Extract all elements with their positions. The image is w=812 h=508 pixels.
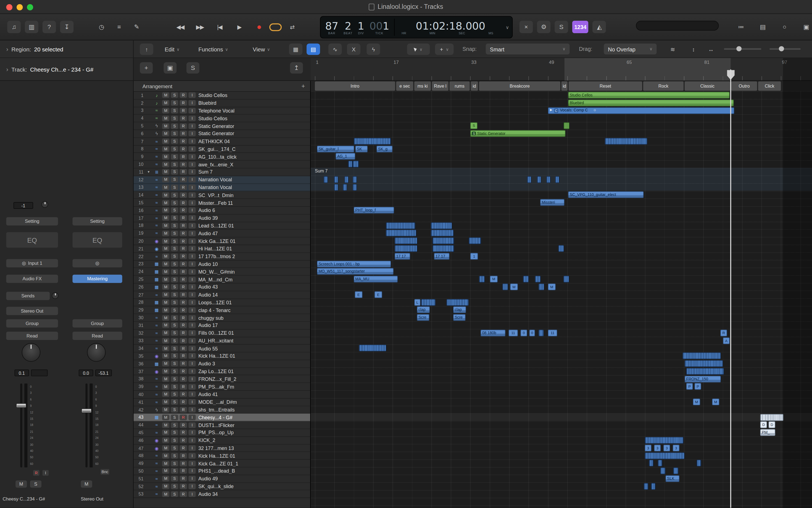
track-name[interactable]: Kick Ga...ZE 01_1: [198, 461, 310, 466]
track-m-button[interactable]: M: [162, 100, 169, 106]
track-s-button[interactable]: S: [171, 253, 178, 259]
track-m-button[interactable]: M: [162, 177, 169, 183]
track-i-button[interactable]: I: [189, 161, 196, 167]
tuner-icon[interactable]: ◷: [95, 21, 108, 33]
track-name[interactable]: Audio 34: [198, 491, 310, 497]
track-m-button[interactable]: M: [162, 146, 169, 152]
arrangement-marker[interactable]: Classic: [685, 81, 730, 91]
track-i-button[interactable]: I: [189, 208, 196, 213]
region[interactable]: PM_: [760, 429, 775, 436]
region[interactable]: [682, 352, 721, 359]
region[interactable]: ▶CVocals: Comp C○: [548, 107, 734, 114]
track-r-button[interactable]: R: [180, 392, 187, 397]
region[interactable]: [658, 460, 662, 467]
track-i-button[interactable]: I: [189, 345, 196, 351]
track-m-button[interactable]: M: [162, 468, 169, 474]
horizontal-auto-zoom-button[interactable]: ↔: [704, 44, 718, 55]
track-row[interactable]: 49≈MSRIKick Ga...ZE 01_1: [134, 460, 310, 468]
region[interactable]: [546, 176, 551, 183]
track-s-button[interactable]: S: [171, 330, 178, 336]
bounce-button[interactable]: Bnc: [100, 469, 109, 475]
track-row[interactable]: 39≈MSRIPM_PS...ak_Fm: [134, 383, 310, 391]
arrangement-marker[interactable]: Intro: [315, 81, 395, 91]
track-r-button[interactable]: R: [180, 208, 187, 213]
track-row[interactable]: 18≈MSRILead S...1ZE 01: [134, 222, 310, 230]
track-s-button[interactable]: S: [171, 307, 178, 313]
track-m-button[interactable]: M: [162, 415, 169, 420]
duplicate-track-button[interactable]: ▣: [164, 62, 177, 74]
snap-dropdown[interactable]: Smart∨: [486, 44, 570, 54]
track-i-button[interactable]: I: [189, 315, 196, 321]
track-row[interactable]: 13≈MSRINarration Vocal: [134, 184, 310, 192]
track-r-button[interactable]: R: [180, 184, 187, 190]
track-row[interactable]: 32≈MSRIFills 00...1ZE 01: [134, 330, 310, 337]
region[interactable]: [644, 437, 683, 443]
track-s-button[interactable]: S: [171, 430, 178, 435]
rewind-button[interactable]: ◀◀: [171, 21, 190, 33]
track-m-button[interactable]: M: [162, 483, 169, 489]
arrangement-marker[interactable]: Outro: [731, 81, 757, 91]
record-button[interactable]: ●: [250, 21, 269, 33]
region[interactable]: [644, 483, 649, 490]
track-i-button[interactable]: I: [189, 307, 196, 313]
region[interactable]: [538, 284, 544, 290]
track-i-button[interactable]: I: [189, 200, 196, 206]
region[interactable]: SK: [355, 145, 368, 152]
region[interactable]: AG_1: [336, 153, 355, 160]
track-r-button[interactable]: R: [180, 361, 187, 367]
track-s-button[interactable]: S: [171, 154, 178, 160]
track-name[interactable]: Fills 00...1ZE 01: [198, 330, 310, 336]
region[interactable]: Missteri: [540, 199, 565, 206]
track-name[interactable]: MODE_...al_D#m: [198, 399, 310, 405]
track-m-button[interactable]: M: [162, 338, 169, 344]
track-m-button[interactable]: M: [162, 461, 169, 466]
track-r-button[interactable]: R: [180, 230, 187, 236]
track-s-button[interactable]: S: [171, 246, 178, 252]
track-m-button[interactable]: M: [162, 330, 169, 336]
region[interactable]: M: [490, 276, 498, 283]
track-row[interactable]: 36▦MSRIAudio 3: [134, 360, 310, 368]
region[interactable]: 1: [470, 253, 478, 259]
track-r-button[interactable]: R: [180, 353, 187, 359]
track-s-button[interactable]: S: [171, 169, 178, 175]
arrangement-marker[interactable]: id: [562, 81, 568, 91]
track-i-button[interactable]: I: [189, 353, 196, 359]
track-r-button[interactable]: R: [180, 284, 187, 290]
track-s-button[interactable]: S: [171, 184, 178, 190]
track-m-button[interactable]: M: [162, 131, 169, 136]
track-name[interactable]: shs_tm...Entrails: [198, 407, 310, 413]
track-r-button[interactable]: R: [180, 437, 187, 443]
track-s-button[interactable]: S: [171, 200, 178, 206]
track-r-button[interactable]: R: [180, 330, 187, 336]
arrangement-marker[interactable]: e sec: [396, 81, 413, 91]
track-i-button[interactable]: I: [189, 361, 196, 367]
catch-playhead-button[interactable]: ↑: [140, 44, 153, 55]
track-r-button[interactable]: R: [180, 116, 187, 121]
track-s-button[interactable]: S: [171, 223, 178, 228]
vertical-zoom-button[interactable]: ↕: [686, 44, 700, 55]
region[interactable]: Scre: [417, 314, 429, 321]
track-name[interactable]: SK_qui...k_slide: [198, 483, 310, 489]
track-m-button[interactable]: M: [162, 491, 169, 497]
region[interactable]: FRONZ_150: [685, 376, 721, 382]
track-i-button[interactable]: I: [189, 116, 196, 121]
track-r-button[interactable]: R: [180, 323, 187, 328]
zoom-window-button[interactable]: [27, 4, 34, 10]
goto-begin-button[interactable]: |◀: [210, 21, 229, 33]
region[interactable]: Screech Loops 001 - bp: [317, 260, 391, 267]
region[interactable]: D: [769, 422, 775, 428]
media-browser-icon[interactable]: ▣: [800, 21, 812, 33]
track-name[interactable]: awe_fx...enie_X: [198, 161, 310, 167]
track-s-button[interactable]: S: [171, 208, 178, 213]
track-i-button[interactable]: I: [189, 415, 196, 420]
track-row[interactable]: 23▦MSRIAudio 10: [134, 260, 310, 268]
gain-value[interactable]: -1: [13, 202, 33, 209]
channel-fader-track[interactable]: [20, 384, 22, 468]
region[interactable]: [431, 222, 452, 229]
track-i-button[interactable]: I: [189, 238, 196, 244]
secondary-tool-dropdown[interactable]: + ∨: [435, 44, 454, 55]
track-i-button[interactable]: I: [189, 253, 196, 259]
track-i-button[interactable]: I: [189, 123, 196, 129]
channel-eq-button[interactable]: EQ: [6, 232, 58, 248]
track-s-button[interactable]: S: [171, 230, 178, 236]
